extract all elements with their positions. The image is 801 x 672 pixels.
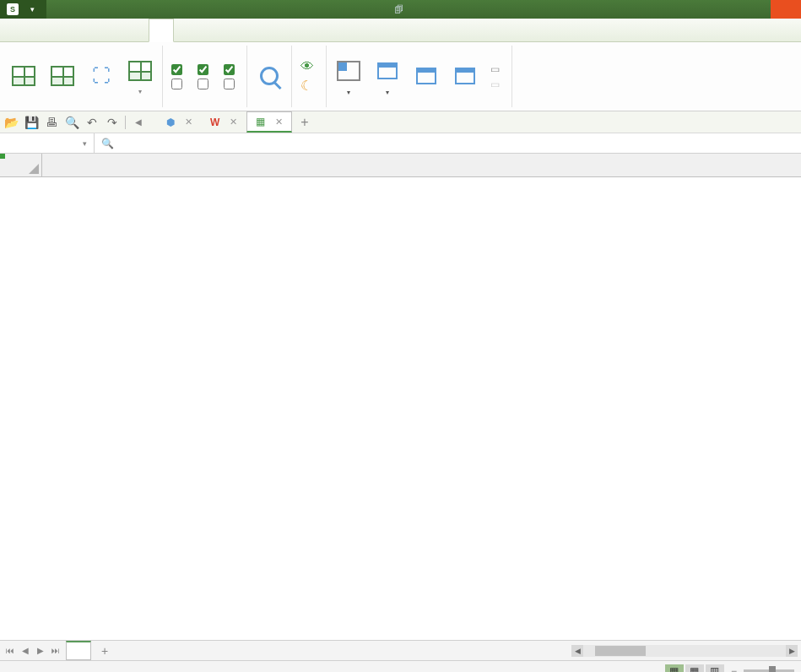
close-icon[interactable]: ✕ <box>185 117 192 127</box>
grid-icon <box>12 66 35 86</box>
scroll-right-icon[interactable]: ▶ <box>786 645 798 657</box>
next-sheet-icon[interactable]: ▶ <box>34 646 47 655</box>
menubar <box>0 19 801 42</box>
new-window-icon <box>455 68 475 84</box>
wps-w-icon: W <box>210 117 219 128</box>
arrange-windows-button[interactable]: ▾ <box>369 56 406 98</box>
ribbon-group-views: ⛶ ▾ <box>2 46 163 107</box>
check-print-headings[interactable] <box>224 79 238 89</box>
grid-icon <box>51 66 74 86</box>
ribbon-group-modes: 👁 ☾ <box>292 46 327 107</box>
reading-mode-button[interactable]: ▾ <box>122 56 159 97</box>
check-show-gridlines[interactable] <box>198 64 212 75</box>
add-tab-button[interactable]: + <box>292 111 317 133</box>
select-all-corner[interactable] <box>0 154 42 177</box>
menu-start[interactable] <box>7 19 30 41</box>
split-icon <box>416 68 436 84</box>
page-break-button[interactable] <box>44 61 81 93</box>
normal-view-button[interactable] <box>5 61 42 93</box>
eye-care-mode-button[interactable]: 👁 <box>300 59 317 74</box>
ribbon-group-zoom <box>247 46 292 107</box>
menu-dev-tools[interactable] <box>174 19 198 41</box>
separator <box>125 116 126 129</box>
fullscreen-button[interactable]: ⛶ <box>83 61 120 93</box>
cloud-doc-tab[interactable]: ⬢ ✕ <box>158 111 202 133</box>
save-icon[interactable]: 💾 <box>24 115 39 130</box>
menu-insert[interactable] <box>30 19 54 41</box>
ribbon-group-window: ▾ ▾ ▭ ▭ <box>327 46 512 107</box>
name-box[interactable]: ▾ <box>0 133 95 153</box>
close-icon[interactable]: ✕ <box>275 117 283 127</box>
app-logo[interactable]: S ▾ <box>0 0 46 19</box>
menu-view[interactable] <box>149 19 174 42</box>
normal-view-icon[interactable]: ▦ <box>665 664 684 673</box>
ribbon-group-show <box>163 46 247 107</box>
chevron-down-icon[interactable]: ▾ <box>83 139 87 148</box>
undo-icon[interactable]: ↶ <box>84 115 100 130</box>
close-icon[interactable]: ✕ <box>230 117 237 127</box>
cancel-button[interactable]: ▭ <box>490 79 503 90</box>
hide-button[interactable]: ▭ <box>490 63 503 75</box>
night-mode-button[interactable]: ☾ <box>300 78 317 94</box>
horizontal-scrollbar[interactable] <box>583 645 786 657</box>
menu-review[interactable] <box>125 19 149 41</box>
my-wps-tab[interactable]: W ✕ <box>202 111 246 133</box>
check-task-pane[interactable] <box>171 79 186 89</box>
sheet-tab[interactable] <box>66 641 91 660</box>
page-layout-view-icon[interactable]: ▦ <box>685 664 704 673</box>
doc-icon: 🗐 <box>394 4 403 14</box>
app-menu-arrow-icon[interactable]: ▾ <box>25 5 40 14</box>
menu-formula[interactable] <box>78 19 101 41</box>
active-doc-tab[interactable]: ▦ ✕ <box>246 111 292 133</box>
sheet-tab-bar: ⏮ ◀ ▶ ⏭ + ◀ ▶ <box>0 640 801 660</box>
redo-icon[interactable]: ↷ <box>105 115 120 130</box>
check-formula-bar[interactable] <box>171 64 186 75</box>
formula-bar[interactable]: 🔍 <box>95 133 801 153</box>
print-icon[interactable]: 🖶 <box>44 115 59 130</box>
first-sheet-icon[interactable]: ⏮ <box>3 646 17 655</box>
window-title: 🗐 <box>394 4 407 14</box>
menu-data[interactable] <box>101 19 125 41</box>
zoom-button[interactable] <box>251 61 288 93</box>
freeze-panes-button[interactable]: ▾ <box>330 56 367 98</box>
print-preview-icon[interactable]: 🔍 <box>64 115 79 130</box>
hscroll-area: ◀ ▶ <box>118 641 801 660</box>
spreadsheet-grid <box>0 154 801 640</box>
menu-page-layout[interactable] <box>54 19 78 41</box>
document-tabs: ⬢ ✕ W ✕ ▦ ✕ + <box>158 111 317 133</box>
scroll-left-icon[interactable]: ◀ <box>571 645 583 657</box>
zoom-slider[interactable] <box>744 669 794 673</box>
zoom-out-icon[interactable]: − <box>731 665 737 673</box>
ribbon: ⛶ ▾ 👁 ☾ ▾ ▾ ▭ ▭ <box>0 42 801 111</box>
chevron-left-icon[interactable]: ◀ <box>131 115 146 130</box>
grid-icon <box>128 61 152 81</box>
eye-icon: 👁 <box>300 59 314 74</box>
scrollbar-thumb[interactable] <box>595 646 646 656</box>
moon-icon: ☾ <box>300 78 312 94</box>
page-break-view-icon[interactable]: ▥ <box>706 664 724 673</box>
view-mode-buttons: ▦ ▦ ▥ <box>665 664 724 673</box>
hide-icon: ▭ <box>490 63 500 75</box>
cancel-icon: ▭ <box>490 79 500 90</box>
cube-icon: ⬢ <box>166 117 175 128</box>
search-icon[interactable]: 🔍 <box>101 138 114 149</box>
spreadsheet-icon: ▦ <box>256 116 265 127</box>
formula-bar-row: ▾ 🔍 <box>0 133 801 154</box>
split-window-button[interactable] <box>408 61 445 93</box>
prev-sheet-icon[interactable]: ◀ <box>19 646 32 655</box>
new-window-button[interactable] <box>447 61 484 93</box>
cell-area[interactable] <box>42 177 801 640</box>
check-show-headings[interactable] <box>224 64 238 75</box>
fullscreen-icon: ⛶ <box>88 62 115 89</box>
check-print-gridlines[interactable] <box>198 79 212 89</box>
open-icon[interactable]: 📂 <box>3 115 19 130</box>
column-headers <box>42 154 801 177</box>
menu-cloud[interactable] <box>198 19 221 41</box>
magnify-icon <box>260 67 279 85</box>
wps-logo-icon: S <box>7 3 19 15</box>
freeze-icon <box>337 61 360 81</box>
status-bar: ▦ ▦ ▥ − <box>0 660 801 672</box>
login-button[interactable] <box>771 0 801 19</box>
last-sheet-icon[interactable]: ⏭ <box>49 646 62 655</box>
add-sheet-button[interactable]: + <box>91 641 118 660</box>
